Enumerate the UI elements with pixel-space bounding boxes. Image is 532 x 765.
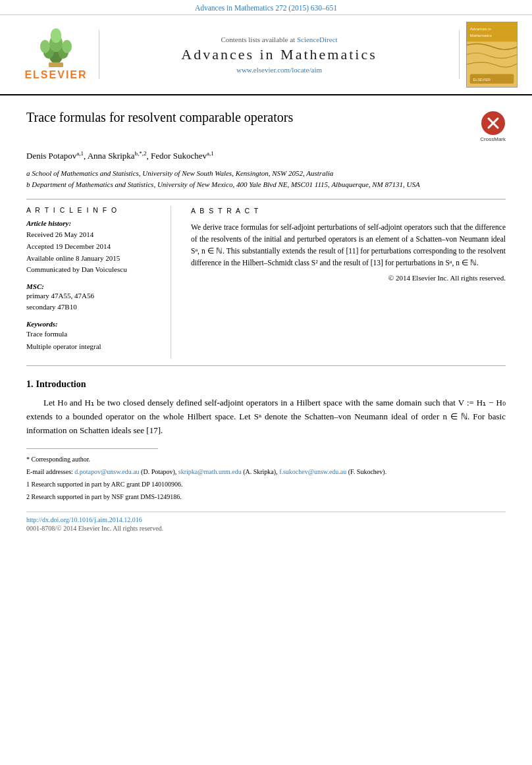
footnote-email: E-mail addresses: d.potapov@unsw.edu.au … (26, 467, 506, 477)
article-info-heading: A R T I C L E I N F O (26, 206, 157, 214)
journal-cover: Advances in Mathematics ELSEVIER (466, 22, 519, 88)
svg-text:Mathematics: Mathematics (470, 34, 492, 38)
authors-line: Denis Potapova,1, Anna Skripkab,*,2, Fed… (26, 150, 506, 161)
email-label: E-mail addresses: (26, 468, 73, 475)
author3-super: a,1 (207, 150, 214, 157)
paper-title: Trace formulas for resolvent comparable … (26, 109, 293, 126)
affil-b: b Department of Mathematics and Statisti… (26, 179, 506, 190)
intro-body: Let H₀ and H₁ be two closed densely defi… (26, 396, 506, 437)
footnote-2: 2 Research supported in part by NSF gran… (26, 492, 506, 502)
crossmark-icon (481, 111, 505, 135)
svg-text:ELSEVIER: ELSEVIER (473, 78, 491, 82)
footnote-star: * Corresponding author. (26, 454, 506, 465)
citation-text: Advances in Mathematics 272 (2015) 630–6… (195, 4, 337, 12)
author1-super: a,1 (76, 150, 84, 157)
paper-title-row: Trace formulas for resolvent comparable … (26, 109, 506, 142)
journal-citation: Advances in Mathematics 272 (2015) 630–6… (0, 0, 532, 15)
contents-prefix: Contents lists available at (221, 36, 296, 43)
two-column-section: A R T I C L E I N F O Article history: R… (26, 206, 506, 359)
journal-header: ELSEVIER Contents lists available at Sci… (0, 15, 532, 95)
keyword-1: Trace formula (26, 328, 157, 340)
svg-point-6 (62, 40, 72, 53)
author1-name: Denis Potapov (26, 151, 76, 161)
email-1-link[interactable]: d.potapov@unsw.edu.au (74, 468, 139, 475)
contents-line: Contents lists available at ScienceDirec… (113, 36, 446, 43)
svg-point-5 (40, 40, 50, 53)
footnote-1: 1 Research supported in part by ARC gran… (26, 479, 506, 490)
author3-name: , Fedor Sukochev (147, 151, 207, 161)
email-2-name: (A. Skripka), (242, 468, 280, 475)
available-date: Available online 8 January 2015 (26, 253, 157, 265)
elsevier-logo: ELSEVIER (13, 28, 99, 81)
article-history-group: Article history: Received 26 May 2014 Ac… (26, 219, 157, 275)
svg-rect-10 (467, 22, 517, 41)
divider-2 (26, 365, 506, 366)
msc-label: MSC: (26, 282, 157, 290)
affil-a: a School of Mathematics and Statistics, … (26, 168, 506, 179)
email-3-name: (F. Sukochev). (346, 468, 386, 475)
svg-point-7 (51, 28, 62, 43)
crossmark-badge[interactable]: CrossMark (480, 111, 506, 142)
article-info: A R T I C L E I N F O Article history: R… (26, 206, 171, 359)
issn-line: 0001-8708/© 2014 Elsevier Inc. All right… (26, 525, 163, 532)
keyword-2: Multiple operator integral (26, 340, 157, 353)
abstract-col: A B S T R A C T We derive trace formulas… (191, 206, 506, 359)
email-2-link[interactable]: skripka@math.unm.edu (178, 468, 242, 475)
section-number: 1. (26, 379, 34, 389)
msc-secondary: secondary 47B10 (26, 302, 157, 313)
elsevier-tree-icon (30, 28, 82, 68)
paper-content: Trace formulas for resolvent comparable … (0, 95, 532, 545)
intro-section: 1.Introduction Let H₀ and H₁ be two clos… (26, 379, 506, 437)
intro-title: 1.Introduction (26, 379, 506, 390)
accepted-date: Accepted 19 December 2014 (26, 241, 157, 253)
author2-super: b,*,2 (135, 150, 147, 157)
divider-1 (26, 199, 506, 199)
keywords-group: Keywords: Trace formula Multiple operato… (26, 320, 157, 352)
affiliations: a School of Mathematics and Statistics, … (26, 168, 506, 190)
section-title-text: Introduction (36, 379, 86, 389)
crossmark-svg (485, 115, 501, 131)
abstract-copyright: © 2014 Elsevier Inc. All rights reserved… (191, 273, 506, 284)
journal-title: Advances in Mathematics (113, 46, 446, 63)
journal-center: Contents lists available at ScienceDirec… (99, 30, 460, 79)
author2-name: , Anna Skripka (84, 151, 135, 161)
doi-link[interactable]: http://dx.doi.org/10.1016/j.aim.2014.12.… (26, 516, 506, 523)
cover-image: Advances in Mathematics ELSEVIER (466, 22, 518, 88)
abstract-text: We derive trace formulas for self-adjoin… (191, 222, 506, 269)
bottom-bar: http://dx.doi.org/10.1016/j.aim.2014.12.… (26, 512, 506, 532)
journal-url[interactable]: www.elsevier.com/locate/aim (113, 66, 446, 74)
msc-group: MSC: primary 47A55, 47A56 secondary 47B1… (26, 282, 157, 313)
crossmark-label: CrossMark (480, 136, 506, 142)
abstract-heading: A B S T R A C T (191, 206, 506, 217)
msc-primary: primary 47A55, 47A56 (26, 290, 157, 302)
email-1-name: (D. Potapov), (140, 468, 178, 475)
communicated-by: Communicated by Dan Voiculescu (26, 264, 157, 276)
footnotes: * Corresponding author. E-mail addresses… (26, 454, 506, 502)
footnote-divider (26, 448, 158, 449)
keywords-label: Keywords: (26, 320, 157, 328)
svg-text:Advances in: Advances in (470, 27, 491, 31)
email-3-link[interactable]: f.sukochev@unsw.edu.au (279, 468, 346, 475)
sciencedirect-link[interactable]: ScienceDirect (297, 36, 338, 43)
cover-svg: Advances in Mathematics ELSEVIER (466, 22, 518, 87)
elsevier-brand-text: ELSEVIER (24, 69, 87, 81)
svg-rect-8 (49, 63, 63, 67)
received-date: Received 26 May 2014 (26, 229, 157, 241)
history-label: Article history: (26, 219, 157, 227)
